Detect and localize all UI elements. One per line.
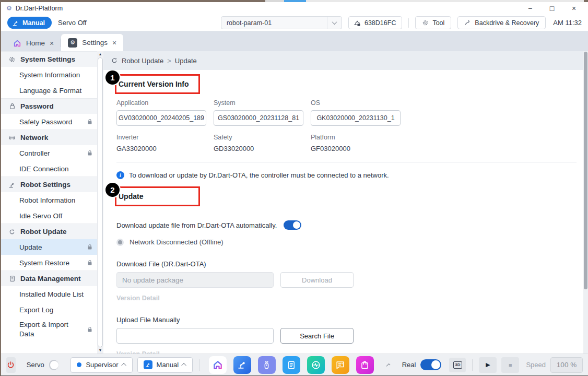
dock-expand-chevron-icon[interactable] — [386, 363, 390, 368]
app-logo-icon: ⚙ — [6, 5, 12, 11]
tab-settings[interactable]: ⚙ Settings × — [61, 34, 123, 51]
sidebar-item-password[interactable]: Password — [1, 98, 97, 114]
breadcrumb-separator: > — [167, 57, 171, 65]
sidebar-scrollbar[interactable]: ▲ ▼ — [97, 51, 103, 354]
download-package-input[interactable] — [116, 272, 274, 288]
sidebar-item-data-management[interactable]: Data Management — [1, 271, 97, 286]
sidebar-item-safety-password[interactable]: Safety Password — [1, 114, 97, 130]
dock-store-icon[interactable] — [356, 356, 374, 374]
network-icon — [8, 134, 16, 142]
sidebar-scrollbar-thumb[interactable] — [98, 57, 103, 347]
main-scrollbar[interactable] — [583, 51, 588, 354]
servo-label: Servo — [27, 361, 44, 369]
main-scrollbar-thumb[interactable] — [584, 52, 587, 289]
annotation-step-1: 1 — [105, 70, 120, 85]
app-window: ⚙ Dr.Dart-Platform − □ × Manual Servo Of… — [0, 0, 588, 376]
auto-download-label: Download update file from Dr.Dart-OTA au… — [116, 221, 277, 229]
breadcrumb-section[interactable]: Robot Update — [122, 57, 163, 65]
toolbar-divider — [408, 18, 409, 28]
annotation-box-current-version: 1 Current Version Info — [115, 74, 200, 94]
real-toggle[interactable] — [420, 359, 441, 370]
robot-arm-icon — [8, 181, 16, 189]
breadcrumb: Robot Update > Update — [103, 51, 588, 70]
main-panel: Robot Update > Update 1 Current Version … — [103, 51, 588, 354]
robot-param-select[interactable]: robot-param-01 — [221, 16, 342, 29]
sidebar-item-export-log[interactable]: Export Log — [1, 302, 97, 318]
sidebar-item-update[interactable]: Update — [1, 239, 97, 255]
sidebar-item-idle-servo-off[interactable]: Idle Servo Off — [1, 208, 97, 224]
upload-file-input[interactable] — [116, 328, 274, 344]
network-status-dot-icon — [116, 239, 124, 246]
current-version-heading: Current Version Info — [119, 80, 189, 88]
bottom-bar: Servo Supervisor Manual — [1, 354, 588, 375]
gear-icon — [422, 19, 429, 26]
sidebar-item-controller[interactable]: Controller — [1, 145, 97, 161]
search-file-button[interactable]: Search File — [280, 328, 354, 344]
download-button[interactable]: Download — [280, 272, 354, 288]
mode-select[interactable]: Manual — [137, 357, 193, 373]
update-page-content: 1 Current Version Info Application GV030… — [103, 70, 588, 354]
maximize-button[interactable]: □ — [541, 3, 563, 14]
sidebar-item-system-restore[interactable]: System Restore — [1, 255, 97, 271]
chevron-down-icon — [327, 17, 342, 29]
chevron-up-icon — [181, 363, 186, 368]
top-toolbar: Manual Servo Off robot-param-01 638D16FC… — [1, 15, 588, 31]
version-detail-label: Version Detail — [116, 295, 588, 302]
platform-label: Platform — [311, 134, 401, 141]
stop-icon: ■ — [509, 362, 512, 368]
breadcrumb-page[interactable]: Update — [175, 57, 197, 65]
real-label: Real — [402, 361, 416, 369]
dock-remote-icon[interactable] — [258, 356, 276, 374]
tab-home-close-icon[interactable]: × — [50, 40, 54, 47]
inverter-version-value: GA33020000 — [116, 145, 206, 152]
system-label: System — [214, 99, 303, 107]
simulator-3d-button[interactable]: 3D — [449, 358, 466, 372]
minimize-button[interactable]: − — [519, 3, 541, 14]
dock-home-icon[interactable] — [209, 356, 227, 374]
close-button[interactable]: × — [563, 3, 585, 14]
version-detail-label-2: Version Detail — [116, 350, 588, 354]
os-version-value: GK03020000_20231130_1 — [311, 110, 401, 126]
wrench-icon — [464, 19, 471, 26]
stop-button[interactable]: ■ — [501, 357, 519, 373]
auto-download-toggle[interactable] — [284, 220, 301, 230]
sidebar-item-network[interactable]: Network — [1, 130, 97, 145]
backdrive-recovery-button[interactable]: Backdrive & Recovery — [457, 16, 546, 29]
scroll-up-icon[interactable]: ▲ — [99, 52, 102, 57]
sidebar-item-ide-connection[interactable]: IDE Connection — [1, 161, 97, 177]
settings-sidebar: System Settings System Information Langu… — [1, 51, 97, 354]
power-button[interactable] — [6, 357, 16, 373]
home-icon — [13, 39, 21, 48]
dock-document-icon[interactable] — [283, 356, 300, 374]
title-bar: ⚙ Dr.Dart-Platform − □ × — [1, 2, 588, 15]
sidebar-item-system-information[interactable]: System Information — [1, 67, 97, 83]
section-divider — [116, 162, 577, 162]
robot-id-box[interactable]: 638D16FC — [348, 16, 402, 29]
tab-settings-close-icon[interactable]: × — [112, 39, 116, 46]
sidebar-item-robot-settings[interactable]: Robot Settings — [1, 177, 97, 192]
sidebar-item-language-format[interactable]: Language & Format — [1, 83, 97, 98]
sidebar-item-robot-information[interactable]: Robot Information — [1, 192, 97, 208]
dock-robot-icon[interactable] — [233, 356, 251, 374]
play-button[interactable]: ▶ — [479, 357, 497, 373]
sidebar-item-robot-update[interactable]: Robot Update — [1, 224, 97, 239]
tool-button[interactable]: Tool — [415, 16, 451, 29]
sidebar-item-system-settings[interactable]: System Settings — [1, 51, 97, 67]
manual-mode-button[interactable]: Manual — [7, 17, 52, 29]
gear-icon — [8, 56, 16, 63]
annotation-box-update: 2 Update — [115, 186, 200, 206]
servo-toggle[interactable] — [49, 360, 59, 370]
dock-message-icon[interactable] — [332, 356, 349, 374]
sidebar-item-export-import-data[interactable]: Export & Import Data — [1, 318, 97, 342]
annotation-step-2: 2 — [105, 183, 120, 197]
tab-home[interactable]: Home × — [6, 35, 61, 51]
dock-monitoring-icon[interactable] — [307, 356, 325, 374]
lock-icon — [87, 260, 93, 266]
lock-icon — [87, 244, 93, 250]
lock-icon — [87, 150, 93, 156]
user-role-select[interactable]: Supervisor — [70, 357, 132, 373]
upload-file-label: Upload File Manually — [116, 316, 588, 324]
scroll-down-icon[interactable]: ▼ — [99, 348, 102, 353]
lock-icon — [8, 103, 16, 110]
sidebar-item-installed-module-list[interactable]: Installed Module List — [1, 286, 97, 302]
